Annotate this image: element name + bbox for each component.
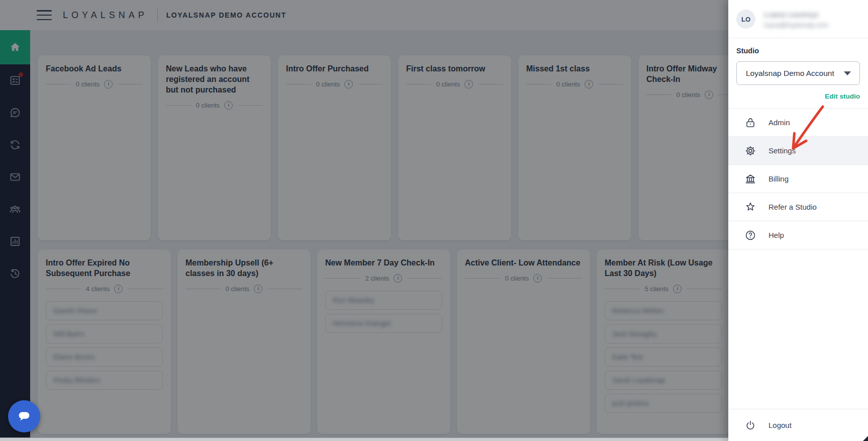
menu-item-help[interactable]: Help	[728, 221, 868, 249]
horizontal-scrollbar[interactable]	[0, 437, 728, 441]
account-menu-panel: LO Luana Lourenço luana@loyalsnap.com St…	[728, 0, 868, 441]
chat-launcher-button[interactable]	[8, 400, 40, 432]
menu-item-settings[interactable]: Settings	[728, 137, 868, 165]
user-name: Luana Lourenço	[764, 10, 828, 19]
question-icon	[744, 229, 756, 241]
studio-label: Studio	[736, 47, 860, 55]
resize-grip-icon[interactable]	[863, 436, 868, 441]
studio-select[interactable]: Loyalsnap Demo Account	[736, 61, 860, 85]
lock-icon	[744, 117, 756, 129]
menu-item-billing[interactable]: Billing	[728, 165, 868, 193]
avatar[interactable]: LO	[736, 10, 755, 29]
logout-button[interactable]: Logout	[728, 409, 868, 441]
user-email: luana@loyalsnap.com	[764, 21, 828, 29]
user-section: LO Luana Lourenço luana@loyalsnap.com	[728, 0, 868, 38]
chevron-down-icon	[844, 71, 851, 75]
panel-menu: Admin Settings Billing	[728, 108, 868, 249]
star-icon	[744, 201, 756, 213]
bank-icon	[744, 173, 756, 185]
studio-selected-value: Loyalsnap Demo Account	[746, 69, 834, 78]
power-icon	[744, 419, 756, 431]
edit-studio-link[interactable]: Edit studio	[736, 93, 860, 100]
gear-icon	[744, 145, 756, 157]
menu-item-admin[interactable]: Admin	[728, 109, 868, 137]
menu-item-refer[interactable]: Refer a Studio	[728, 193, 868, 221]
chat-bubble-icon	[16, 408, 33, 425]
studio-section: Studio Loyalsnap Demo Account Edit studi…	[728, 38, 868, 100]
